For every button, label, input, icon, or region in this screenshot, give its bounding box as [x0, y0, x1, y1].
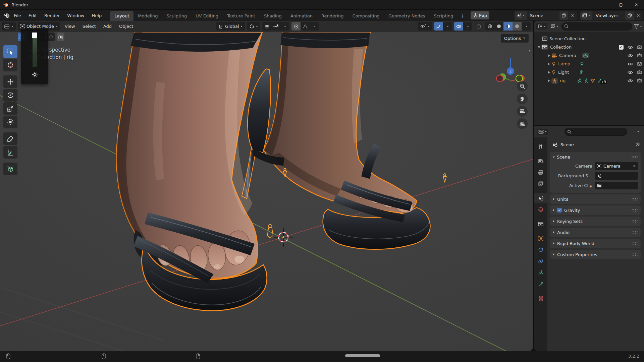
xray-toggle[interactable]: [474, 22, 483, 31]
render-camera-toggle[interactable]: [637, 62, 642, 66]
tool-cursor[interactable]: [3, 59, 17, 71]
outliner-row-rig[interactable]: rig +9: [534, 76, 644, 85]
camera-field[interactable]: Camera ✕: [595, 162, 638, 170]
pin-icon[interactable]: [635, 142, 640, 147]
menu-select[interactable]: Select: [80, 24, 99, 29]
tab-output[interactable]: [534, 167, 547, 177]
outliner-row-collection[interactable]: Collection ✓: [534, 43, 644, 51]
tab-constraints[interactable]: [534, 245, 547, 255]
editor-type-button[interactable]: [2, 22, 16, 31]
tool-rotate[interactable]: [3, 89, 17, 102]
snap-target-dropdown[interactable]: [271, 22, 280, 31]
render-camera-toggle[interactable]: [637, 53, 642, 58]
tool-scale[interactable]: [3, 102, 17, 115]
panel-drag-grip[interactable]: [631, 231, 638, 234]
blender-menu-icon[interactable]: [3, 13, 10, 18]
panel-drag-grip[interactable]: [631, 198, 638, 201]
color-swatch[interactable]: [32, 33, 37, 38]
tab-view-layer[interactable]: [534, 179, 547, 189]
hide-eye-toggle[interactable]: [628, 62, 633, 66]
background-scene-field[interactable]: [595, 172, 638, 180]
tab-scripting[interactable]: Scripting: [430, 11, 458, 21]
collapse-panel-arrow[interactable]: ‹: [529, 48, 531, 54]
tab-physics[interactable]: [534, 256, 547, 266]
panel-drag-grip[interactable]: [631, 156, 638, 159]
tab-geometry-nodes[interactable]: Geometry Nodes: [384, 11, 430, 21]
show-gizmos-toggle[interactable]: [434, 22, 443, 31]
disclosure-triangle[interactable]: [538, 46, 540, 48]
panel-drag-grip[interactable]: [631, 253, 638, 256]
menu-file[interactable]: File: [10, 10, 25, 21]
tab-collection[interactable]: [534, 219, 547, 229]
menu-object[interactable]: Object: [116, 24, 136, 29]
tab-uv-editing[interactable]: UV Editing: [191, 11, 223, 21]
active-clip-field[interactable]: [595, 182, 638, 189]
section-audio[interactable]: Audio: [550, 228, 641, 237]
chevron-down-icon[interactable]: [310, 22, 319, 31]
section-gravity[interactable]: ✓ Gravity: [550, 205, 641, 215]
menu-help[interactable]: Help: [88, 10, 106, 21]
new-view-layer-button[interactable]: [625, 11, 634, 20]
hide-eye-toggle[interactable]: [628, 70, 633, 74]
add-workspace-button[interactable]: +: [458, 11, 468, 21]
render-camera-toggle[interactable]: [637, 45, 642, 49]
tab-shading[interactable]: Shading: [260, 11, 286, 21]
tab-modeling[interactable]: Modeling: [133, 11, 162, 21]
shading-wireframe-toggle[interactable]: [485, 22, 494, 31]
select-lasso-option[interactable]: [47, 33, 55, 41]
hide-eye-toggle[interactable]: [628, 79, 633, 83]
falloff-curve-icon[interactable]: [301, 22, 310, 31]
viewport-scene[interactable]: [0, 32, 533, 351]
section-units[interactable]: Units: [550, 194, 641, 204]
shading-solid-toggle[interactable]: [494, 22, 503, 31]
tab-rendering[interactable]: Rendering: [317, 11, 348, 21]
chevron-down-icon[interactable]: [443, 22, 452, 31]
section-rigid-body-world[interactable]: Rigid Body World: [550, 239, 641, 248]
navigation-gizmo[interactable]: Z Y X: [492, 46, 529, 83]
new-scene-button[interactable]: [559, 11, 568, 20]
pan-hand-button[interactable]: [517, 94, 528, 104]
zoom-button[interactable]: [517, 81, 528, 92]
tool-measure[interactable]: [3, 146, 17, 159]
snap-magnet-toggle[interactable]: [262, 22, 271, 31]
scene-browse-button[interactable]: [515, 11, 527, 20]
close-button[interactable]: ✕: [629, 0, 644, 9]
outliner-row-light[interactable]: Light: [534, 68, 644, 76]
statusbar-scrollbar[interactable]: [345, 354, 380, 357]
shading-rendered-toggle[interactable]: [513, 22, 522, 31]
minimize-button[interactable]: –: [598, 0, 613, 9]
disclosure-triangle[interactable]: [548, 54, 550, 57]
tab-compositing[interactable]: Compositing: [348, 11, 384, 21]
section-custom-properties[interactable]: Custom Properties: [550, 250, 641, 259]
pinned-workspace-tab[interactable]: Exp: [471, 11, 489, 19]
orthographic-view-button[interactable]: [517, 118, 528, 129]
remove-view-layer-button[interactable]: ✕: [634, 11, 643, 20]
maximize-button[interactable]: ▢: [613, 0, 629, 9]
clear-camera-button[interactable]: ✕: [633, 164, 636, 168]
outliner-filter-id-dropdown[interactable]: [549, 23, 560, 29]
scene-name[interactable]: Scene: [527, 13, 559, 18]
object-visibility-dropdown[interactable]: [418, 22, 432, 31]
shading-material-toggle[interactable]: [503, 22, 513, 31]
tool-move[interactable]: [3, 75, 17, 88]
outliner-row-camera[interactable]: Camera: [534, 51, 644, 60]
value-slider[interactable]: [33, 38, 37, 67]
chevron-down-icon[interactable]: [522, 22, 531, 31]
tab-object-data[interactable]: [534, 267, 547, 278]
menu-add[interactable]: Add: [101, 24, 114, 29]
outliner-row-scene-collection[interactable]: Scene Collection: [534, 35, 644, 43]
tool-add-cube[interactable]: [3, 163, 17, 175]
tool-annotate[interactable]: [3, 132, 17, 145]
properties-search-input[interactable]: [565, 128, 627, 136]
outliner-display-mode-dropdown[interactable]: [536, 23, 547, 29]
tool-select-box[interactable]: [3, 45, 17, 58]
gravity-checkbox[interactable]: ✓: [557, 208, 562, 213]
render-camera-toggle[interactable]: [637, 78, 642, 83]
section-keying-sets[interactable]: Keying Sets: [550, 217, 641, 226]
view-layer-browse-button[interactable]: [580, 11, 592, 20]
tab-world[interactable]: [534, 204, 547, 215]
tab-animation[interactable]: Animation: [286, 11, 317, 21]
tool-transform[interactable]: [3, 116, 17, 128]
unlink-scene-button[interactable]: ✕: [568, 11, 577, 20]
sun-light-icon[interactable]: [32, 71, 38, 78]
